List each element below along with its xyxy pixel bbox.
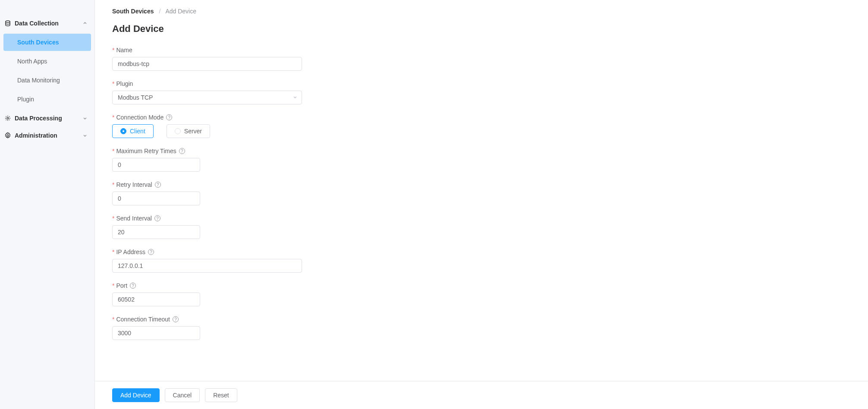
required-mark: *: [112, 114, 114, 121]
content-scroll: South Devices / Add Device Add Device * …: [95, 0, 868, 381]
field-label: Name: [116, 47, 132, 53]
radio-circle-icon: [120, 128, 126, 134]
form-item-name: * Name: [112, 47, 851, 71]
svg-point-0: [6, 21, 10, 22]
help-icon[interactable]: ?: [173, 316, 179, 322]
port-input[interactable]: [112, 293, 200, 306]
sidebar-item-plugin[interactable]: Plugin: [3, 91, 91, 108]
cancel-button[interactable]: Cancel: [165, 388, 200, 402]
sidebar: Data Collection South Devices North Apps…: [0, 0, 95, 409]
required-mark: *: [112, 47, 114, 53]
nav-sub-data-collection: South Devices North Apps Data Monitoring…: [0, 34, 94, 108]
gear-icon: [4, 132, 11, 139]
field-label: Port: [116, 282, 127, 289]
send-interval-input[interactable]: [112, 225, 200, 239]
max-retry-input[interactable]: [112, 158, 200, 172]
chevron-up-icon: [82, 21, 88, 26]
page-title: Add Device: [112, 23, 851, 35]
required-mark: *: [112, 148, 114, 154]
field-label: Send Interval: [116, 215, 152, 222]
chevron-down-icon: [82, 116, 88, 121]
plugin-select[interactable]: [112, 91, 302, 104]
required-mark: *: [112, 181, 114, 188]
radio-client[interactable]: Client: [112, 124, 154, 138]
sidebar-item-south-devices[interactable]: South Devices: [3, 34, 91, 51]
form-item-connection-mode: * Connection Mode ? Client Server: [112, 114, 851, 138]
form-item-ip-address: * IP Address ?: [112, 249, 851, 273]
reset-button[interactable]: Reset: [205, 388, 237, 402]
help-icon[interactable]: ?: [155, 182, 161, 188]
add-device-button[interactable]: Add Device: [112, 388, 160, 402]
breadcrumb-separator: /: [159, 8, 160, 15]
connection-mode-radio-group: Client Server: [112, 124, 851, 138]
nav-group-data-processing[interactable]: Data Processing: [0, 110, 94, 127]
chevron-down-icon: [82, 133, 88, 138]
field-label: Maximum Retry Times: [116, 148, 176, 154]
svg-point-1: [7, 117, 9, 119]
breadcrumb-current: Add Device: [165, 8, 196, 15]
required-mark: *: [112, 316, 114, 323]
help-icon[interactable]: ?: [166, 114, 172, 120]
required-mark: *: [112, 215, 114, 222]
radio-server[interactable]: Server: [167, 124, 210, 138]
required-mark: *: [112, 249, 114, 255]
form-item-retry-interval: * Retry Interval ?: [112, 181, 851, 205]
form-item-port: * Port ?: [112, 282, 851, 306]
field-label: Connection Timeout: [116, 316, 170, 323]
help-icon[interactable]: ?: [154, 215, 160, 221]
footer-actions: Add Device Cancel Reset: [95, 381, 868, 409]
field-label: Connection Mode: [116, 114, 164, 121]
nav-group-label: Data Collection: [15, 20, 82, 27]
help-icon[interactable]: ?: [148, 249, 154, 255]
sidebar-item-north-apps[interactable]: North Apps: [3, 53, 91, 70]
plugin-select-value[interactable]: [112, 91, 302, 104]
form-item-connection-timeout: * Connection Timeout ?: [112, 316, 851, 340]
processing-icon: [4, 115, 11, 122]
help-icon[interactable]: ?: [130, 283, 136, 289]
name-input[interactable]: [112, 57, 302, 71]
form-item-send-interval: * Send Interval ?: [112, 215, 851, 239]
breadcrumb: South Devices / Add Device: [112, 8, 851, 15]
required-mark: *: [112, 282, 114, 289]
main-content: South Devices / Add Device Add Device * …: [95, 0, 868, 409]
help-icon[interactable]: ?: [179, 148, 185, 154]
connection-timeout-input[interactable]: [112, 326, 200, 340]
radio-label: Client: [130, 128, 145, 135]
ip-address-input[interactable]: [112, 259, 302, 273]
breadcrumb-parent[interactable]: South Devices: [112, 8, 154, 15]
sidebar-item-data-monitoring[interactable]: Data Monitoring: [3, 72, 91, 89]
nav-group-administration[interactable]: Administration: [0, 127, 94, 144]
field-label: Retry Interval: [116, 181, 152, 188]
field-label: Plugin: [116, 80, 133, 87]
database-icon: [4, 20, 11, 27]
required-mark: *: [112, 80, 114, 87]
retry-interval-input[interactable]: [112, 192, 200, 205]
nav-group-data-collection[interactable]: Data Collection: [0, 15, 94, 32]
nav-group-label: Administration: [15, 132, 82, 139]
form-item-max-retry: * Maximum Retry Times ?: [112, 148, 851, 172]
svg-point-2: [7, 135, 9, 136]
radio-circle-icon: [175, 128, 181, 134]
field-label: IP Address: [116, 249, 145, 255]
form-item-plugin: * Plugin: [112, 80, 851, 104]
radio-label: Server: [184, 128, 202, 135]
nav-group-label: Data Processing: [15, 115, 82, 122]
